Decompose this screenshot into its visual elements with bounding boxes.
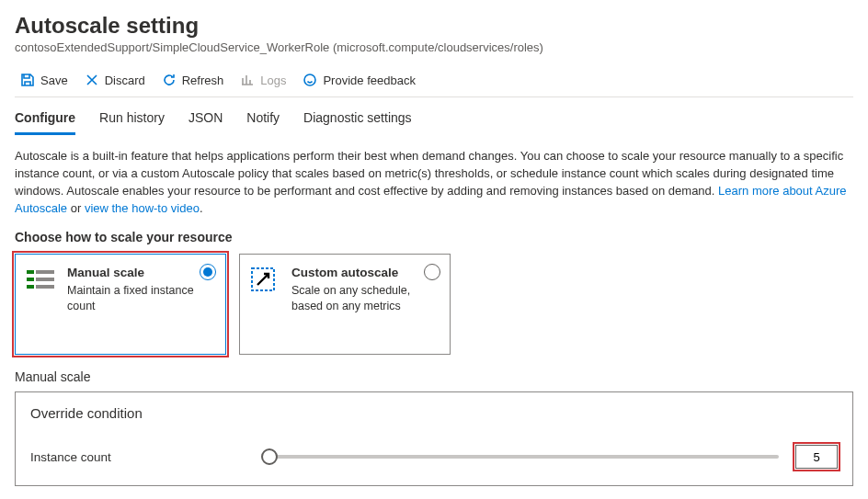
card-manual-title: Manual scale [67,266,214,279]
close-icon [85,73,99,87]
logs-label: Logs [260,74,286,87]
card-manual-sub: Maintain a fixed instance count [67,283,214,314]
scale-heading: Choose how to scale your resource [15,230,853,244]
svg-rect-1 [27,270,34,274]
slider-thumb[interactable] [261,448,278,465]
save-icon [20,73,35,87]
svg-point-0 [304,74,315,85]
refresh-label: Refresh [182,74,224,87]
tab-bar: Configure Run history JSON Notify Diagno… [15,97,853,135]
slider-track [269,455,779,459]
feedback-button[interactable]: Provide feedback [303,73,415,87]
override-title: Override condition [30,405,838,421]
tab-configure[interactable]: Configure [15,107,75,135]
tab-run-history[interactable]: Run history [99,107,165,135]
feedback-label: Provide feedback [323,74,415,87]
tab-diagnostic[interactable]: Diagnostic settings [303,107,412,135]
description-text: Autoscale is a built-in feature that hel… [15,148,853,217]
page-title: Autoscale setting [15,13,853,39]
description-or: or [71,201,85,215]
scale-cards: Manual scale Maintain a fixed instance c… [15,254,853,355]
card-custom-autoscale[interactable]: Custom autoscale Scale on any schedule, … [239,254,451,355]
override-condition-box: Override condition Instance count [15,391,853,486]
custom-autoscale-icon [251,266,282,343]
howto-video-link[interactable]: view the how-to video [85,201,200,215]
refresh-icon [162,73,177,87]
breadcrumb: contosoExtendedSupport/SimpleCloudServic… [15,40,853,54]
instance-count-input[interactable] [795,445,838,469]
smiley-icon [303,73,317,87]
tab-json[interactable]: JSON [188,107,223,135]
discard-button[interactable]: Discard [85,73,145,87]
card-custom-sub: Scale on any schedule, based on any metr… [291,283,439,314]
svg-rect-5 [27,285,34,289]
card-manual-scale[interactable]: Manual scale Maintain a fixed instance c… [15,254,226,355]
toolbar: Save Discard Refresh Logs Provide feedba… [15,67,853,96]
save-label: Save [40,74,68,87]
logs-button: Logs [240,73,286,87]
card-custom-title: Custom autoscale [291,266,439,279]
svg-rect-2 [36,270,54,274]
instance-count-label: Instance count [30,450,269,464]
save-button[interactable]: Save [20,73,68,87]
discard-label: Discard [105,74,145,87]
manual-scale-label: Manual scale [15,369,853,384]
svg-rect-6 [36,285,54,289]
refresh-button[interactable]: Refresh [162,73,224,87]
svg-rect-3 [27,278,34,281]
manual-scale-icon [27,266,58,343]
description-period: . [200,201,203,215]
svg-rect-4 [36,278,54,281]
instance-count-slider[interactable] [269,448,779,466]
instance-count-row: Instance count [30,445,838,469]
logs-icon [240,73,255,87]
tab-notify[interactable]: Notify [246,107,280,135]
